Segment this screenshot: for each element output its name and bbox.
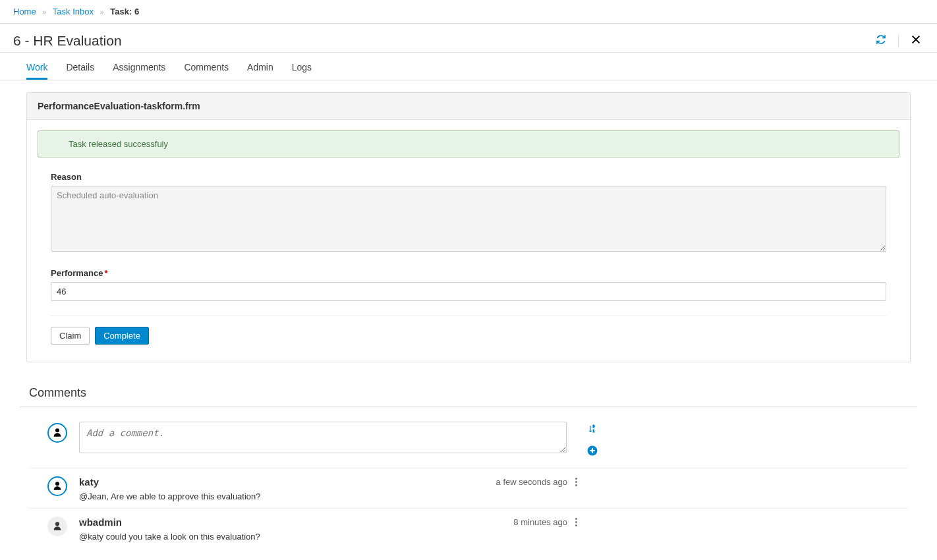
comment-input-row: 91 (29, 415, 908, 468)
performance-label: Performance* (51, 268, 886, 278)
page-title: 6 - HR Evaluation (13, 33, 122, 49)
close-button[interactable] (908, 32, 924, 49)
comment-input[interactable] (79, 422, 567, 453)
complete-button[interactable]: Complete (95, 327, 149, 345)
comment-text: @Jean, Are we able to approve this evalu… (79, 491, 908, 501)
panel-title: PerformanceEvaluation-taskform.frm (27, 93, 910, 120)
comments-heading: Comments (29, 386, 908, 406)
avatar (47, 476, 67, 496)
breadcrumb-inbox[interactable]: Task Inbox (53, 7, 94, 16)
svg-point-4 (55, 482, 59, 486)
tabs: Work Details Assignments Comments Admin … (0, 55, 937, 80)
reason-label: Reason (51, 172, 886, 182)
breadcrumb: Home » Task Inbox » Task: 6 (0, 0, 937, 24)
user-icon (52, 427, 63, 439)
avatar (47, 517, 67, 536)
comment-text: @katy could you take a look on this eval… (79, 532, 908, 542)
comment-user: katy (79, 476, 99, 488)
divider (20, 406, 917, 407)
comment-user: wbadmin (79, 517, 122, 528)
svg-point-5 (55, 522, 59, 526)
svg-text:9: 9 (593, 424, 595, 428)
alert-success: Task released successfuly (38, 130, 899, 157)
breadcrumb-sep-icon: » (42, 8, 46, 16)
tab-work[interactable]: Work (26, 55, 47, 80)
svg-point-0 (55, 428, 59, 432)
form-actions: Claim Complete (51, 316, 886, 345)
claim-button[interactable]: Claim (51, 327, 90, 345)
reason-textarea[interactable]: Scheduled auto-evaluation (51, 186, 886, 252)
performance-input[interactable] (51, 282, 886, 301)
page-actions (873, 32, 924, 49)
divider (898, 35, 899, 47)
comment-menu-button[interactable] (573, 515, 580, 529)
comment-menu-button[interactable] (573, 475, 580, 489)
tab-assignments[interactable]: Assignments (113, 55, 165, 80)
add-comment-button[interactable] (584, 442, 601, 461)
sort-button[interactable]: 91 (585, 422, 600, 438)
breadcrumb-sep-icon: » (100, 8, 104, 16)
tab-admin[interactable]: Admin (247, 55, 273, 80)
plus-circle-icon (586, 445, 598, 459)
tab-details[interactable]: Details (66, 55, 94, 80)
comments-section: Comments 91 (0, 362, 937, 548)
tab-comments[interactable]: Comments (184, 55, 229, 80)
required-indicator: * (104, 268, 107, 278)
page-header: 6 - HR Evaluation (0, 24, 937, 53)
user-icon (52, 480, 63, 493)
comment-item: katy a few seconds ago @Jean, Are we abl… (29, 468, 908, 509)
comment-item: wbadmin 8 minutes ago @katy could you ta… (29, 509, 908, 548)
refresh-button[interactable] (873, 32, 889, 49)
tab-logs[interactable]: Logs (292, 55, 312, 80)
task-form-panel: PerformanceEvaluation-taskform.frm Task … (26, 92, 911, 362)
refresh-icon (876, 34, 886, 47)
avatar (47, 423, 67, 443)
close-icon (911, 34, 921, 47)
user-icon (52, 520, 63, 533)
comment-time: a few seconds ago (496, 477, 567, 487)
comment-time: 8 minutes ago (513, 517, 567, 527)
breadcrumb-current: Task: 6 (110, 7, 139, 16)
sort-icon: 91 (588, 424, 597, 435)
breadcrumb-home[interactable]: Home (13, 7, 36, 16)
svg-text:1: 1 (593, 429, 595, 433)
